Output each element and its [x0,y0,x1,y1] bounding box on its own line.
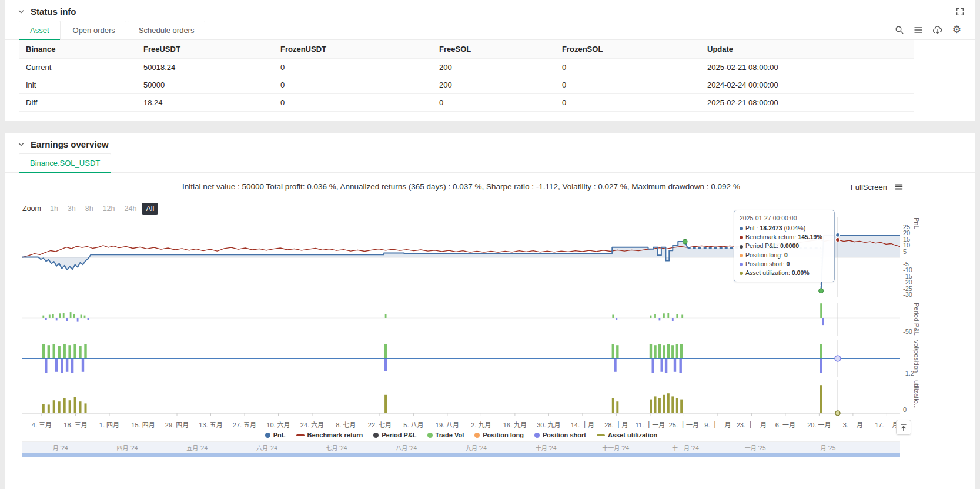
legend-marker [265,433,270,438]
util-chart-row: 0utilizatio... [22,380,975,418]
status-panel-header: Status info [5,0,975,21]
table-cell: 2024-02-24 00:00:00 [700,76,914,94]
earnings-panel-header: Earnings overview [5,133,975,153]
tooltip-row: Asset utilization: 0.00% [740,269,829,277]
table-cell: 0 [273,76,432,94]
x-tick-label: 18. 三月 [63,420,87,429]
zoom-button-3h[interactable]: 3h [63,203,80,215]
x-tick-label: 10. 六月 [266,420,290,429]
search-icon[interactable] [895,25,904,35]
collapse-chevron-icon[interactable] [18,141,25,148]
legend-marker [534,433,540,438]
legend-label: Position long [483,431,524,438]
x-tick-label: 16. 九月 [503,420,527,429]
tab-asset[interactable]: Asset [19,21,61,39]
tab-binance-sol-usdt[interactable]: Binance.SOL_USDT [19,153,111,172]
x-tick-label: 9. 十二月 [704,420,731,429]
series-dot-icon [740,236,743,239]
fullscreen-button[interactable]: FullScreen [851,183,887,192]
legend-item-benchmark-return[interactable]: Benchmark return [296,431,363,438]
legend-item-pnl[interactable]: PnL [265,431,286,438]
tab-schedule-orders[interactable]: Schedule orders [128,21,206,39]
utilization-chart[interactable] [22,380,900,418]
tooltip-row: Period P&L: 0.0000 [740,242,829,250]
legend-label: Trade Vol [436,431,464,438]
legend-marker [474,433,480,438]
legend-marker [296,434,305,436]
main-chart-row: 252015105-5-10-15-20-25-30PnL 2025-01-27… [22,217,975,297]
navigator-label: 五月 '24 [186,443,208,452]
x-tick-label: 2. 九月 [471,420,491,429]
zoom-button-all[interactable]: All [142,203,158,215]
legend-item-period-p-l[interactable]: Period P&L [373,431,416,438]
period-axis: -50Period P&L [900,303,958,336]
legend-item-asset-utilization[interactable]: Asset utilization [597,431,657,438]
table-cell: 2025-02-21 08:00:00 [700,94,914,112]
table-cell: 0 [555,94,700,112]
legend-item-trade-vol[interactable]: Trade Vol [427,431,464,438]
navigator-label: 九月 '24 [466,443,487,452]
legend-label: Benchmark return [307,431,363,438]
legend-item-position-short[interactable]: Position short [534,431,586,438]
column-header: Update [700,40,914,59]
zoom-label: Zoom [22,205,41,213]
chart-navigator[interactable]: 三月 '24四月 '24五月 '24六月 '24七月 '24八月 '24九月 '… [22,441,900,457]
gear-icon[interactable]: ⚙ [952,25,961,35]
table-cell: 0 [555,76,700,94]
table-cell[interactable]: Current [19,59,136,76]
series-dot-icon [740,227,743,230]
y-axis-title: PnL [913,217,920,297]
x-tick-label: 17. 二月 [875,420,898,429]
zoom-button-24h[interactable]: 24h [121,203,141,215]
arrow-up-to-line-icon [899,423,908,432]
table-row: Init50000020002024-02-24 00:00:00 [19,76,914,94]
navigator-bar [22,453,900,457]
asset-table-body: Current50018.24020002025-02-21 08:00:00I… [19,59,914,112]
legend-marker [427,433,433,438]
x-tick-label: 15. 四月 [131,420,155,429]
legend-item-position-long[interactable]: Position long [474,431,524,438]
zoom-button-1h[interactable]: 1h [46,203,62,215]
x-tick-label: 29. 四月 [165,420,189,429]
expand-icon[interactable] [955,7,965,19]
x-tick-label: 8. 七月 [336,420,356,429]
x-tick-label: 20. 一月 [807,420,831,429]
series-dot-icon [740,254,743,257]
collapse-chevron-icon[interactable] [18,8,25,15]
navigator-label: 十一月 '24 [602,443,629,452]
navigator-label: 三月 '24 [47,443,68,452]
series-dot-icon [740,272,743,275]
period-pnl-chart[interactable] [22,303,900,336]
chart-summary: Initial net value : 50000 Total profit: … [22,182,900,191]
chart-tooltip: 2025-01-27 00:00:00 PnL: 18.2473 (0.04%)… [734,210,835,282]
list-icon[interactable] [914,25,923,35]
vol-position-chart[interactable] [22,340,900,377]
navigator-label: 四月 '24 [117,443,138,452]
asset-table-header-row: BinanceFreeUSDTFrozenUSDTFreeSOLFrozenSO… [19,40,914,59]
series-dot-icon [740,263,743,266]
table-cell: 200 [432,76,555,94]
earnings-panel-title: Earnings overview [31,139,109,149]
navigator-label: 十月 '24 [536,443,557,452]
chart-menu-icon[interactable] [894,182,904,192]
volpos-chart-row: -1.2vol/position [22,340,975,377]
volpos-axis: -1.2vol/position [900,340,958,377]
summary-row: Initial net value : 50000 Total profit: … [5,182,975,195]
status-tabs-row: Asset Open orders Schedule orders ⚙ [5,21,975,40]
table-cell: Diff [19,94,136,112]
column-header: Binance [19,40,136,59]
table-cell: 50018.24 [136,59,273,76]
legend-marker [597,434,605,436]
earnings-panel: Earnings overview Binance.SOL_USDT Initi… [5,133,975,489]
zoom-button-8h[interactable]: 8h [81,203,98,215]
back-to-top-button[interactable] [896,420,911,435]
column-header: FreeSOL [432,40,555,59]
zoom-button-12h[interactable]: 12h [99,203,119,215]
x-tick-label: 28. 十月 [604,420,628,429]
navigator-label: 一月 '25 [745,443,766,452]
x-tick-label: 14. 十月 [571,420,594,429]
cloud-download-icon[interactable] [932,25,943,35]
table-cell: 50000 [136,76,273,94]
status-panel-title: Status info [31,6,76,16]
tab-open-orders[interactable]: Open orders [62,21,126,39]
